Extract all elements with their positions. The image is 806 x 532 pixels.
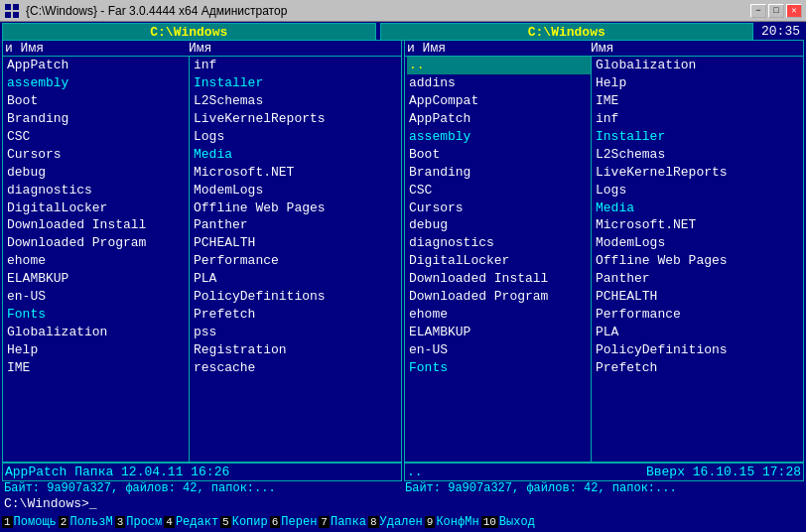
minimize-button[interactable]: − <box>750 4 766 18</box>
list-item[interactable]: PLA <box>194 270 399 288</box>
function-key-4[interactable]: 4Редакт <box>164 515 219 529</box>
list-item[interactable]: Installer <box>194 74 399 92</box>
list-item[interactable]: Boot <box>5 92 189 110</box>
fkey-label: Просм <box>125 515 163 529</box>
list-item[interactable]: debug <box>5 164 189 182</box>
list-item[interactable]: Cursors <box>407 200 591 217</box>
list-item[interactable]: pss <box>194 324 399 341</box>
list-item[interactable]: Fonts <box>407 359 591 377</box>
right-panel-header: C:\Windows <box>380 23 754 41</box>
list-item[interactable]: AppCompat <box>407 92 591 110</box>
list-item[interactable]: Panther <box>596 270 801 288</box>
list-item[interactable]: Fonts <box>5 306 189 324</box>
list-item[interactable]: ModemLogs <box>194 182 399 200</box>
function-key-10[interactable]: 10Выход <box>481 515 536 529</box>
function-key-8[interactable]: 8Удален <box>368 515 424 529</box>
list-item[interactable]: ehome <box>407 306 591 324</box>
list-item[interactable]: PolicyDefinitions <box>596 341 801 359</box>
list-item[interactable]: Downloaded Install <box>407 270 591 288</box>
list-item[interactable]: AppPatch <box>5 57 189 74</box>
list-item[interactable]: L2Schemas <box>194 92 399 110</box>
list-item[interactable]: Downloaded Program <box>407 288 591 306</box>
left-col2: infInstallerL2SchemasLiveKernelReportsLo… <box>189 57 399 462</box>
list-item[interactable]: addins <box>407 74 591 92</box>
list-item[interactable]: rescache <box>194 359 399 377</box>
list-item[interactable]: Downloaded Install <box>5 216 189 234</box>
list-item[interactable]: Media <box>194 146 399 164</box>
list-item[interactable]: diagnostics <box>407 234 591 252</box>
list-item[interactable]: Logs <box>596 182 801 200</box>
title-bar: {C:\Windows} - Far 3.0.4444 x64 Админист… <box>0 0 806 22</box>
list-item[interactable]: .. <box>407 57 591 74</box>
list-item[interactable]: assembly <box>407 128 591 146</box>
list-item[interactable]: Media <box>596 200 801 217</box>
list-item[interactable]: Help <box>596 74 801 92</box>
list-item[interactable]: CSC <box>5 128 189 146</box>
list-item[interactable]: Prefetch <box>596 359 801 377</box>
right-col1-header: и Имя <box>407 41 591 56</box>
list-item[interactable]: LiveKernelReports <box>194 110 399 128</box>
fkey-number: 1 <box>2 516 13 528</box>
list-item[interactable]: ModemLogs <box>596 234 801 252</box>
list-item[interactable]: ELAMBKUP <box>5 270 189 288</box>
right-panel: и Имя Имя ..addinsAppCompatAppPatchassem… <box>404 40 804 463</box>
close-button[interactable]: ✕ <box>786 4 802 18</box>
right-col2-header: Имя <box>591 41 801 56</box>
list-item[interactable]: Cursors <box>5 146 189 164</box>
list-item[interactable]: ehome <box>5 252 189 270</box>
list-item[interactable]: Branding <box>5 110 189 128</box>
left-col1-header: и Имя <box>5 41 189 56</box>
list-item[interactable]: assembly <box>5 74 189 92</box>
list-item[interactable]: Performance <box>194 252 399 270</box>
function-key-9[interactable]: 9КонфМн <box>425 515 480 529</box>
list-item[interactable]: Installer <box>596 128 801 146</box>
list-item[interactable]: PCHEALTH <box>596 288 801 306</box>
list-item[interactable]: inf <box>194 57 399 74</box>
list-item[interactable]: PolicyDefinitions <box>194 288 399 306</box>
command-line[interactable]: C:\Windows>_ <box>0 495 806 512</box>
list-item[interactable]: Microsoft.NET <box>596 216 801 234</box>
list-item[interactable]: IME <box>5 359 189 377</box>
list-item[interactable]: Performance <box>596 306 801 324</box>
function-key-5[interactable]: 5Копир <box>220 515 269 529</box>
list-item[interactable]: DigitalLocker <box>407 252 591 270</box>
function-key-3[interactable]: 3Просм <box>115 515 164 529</box>
list-item[interactable]: LiveKernelReports <box>596 164 801 182</box>
list-item[interactable]: Registration <box>194 341 399 359</box>
list-item[interactable]: Boot <box>407 146 591 164</box>
list-item[interactable]: Help <box>5 341 189 359</box>
function-key-7[interactable]: 7Папка <box>319 515 367 529</box>
left-status: AppPatch Папка 12.04.11 16:26 <box>2 463 402 481</box>
list-item[interactable]: Microsoft.NET <box>194 164 399 182</box>
maximize-button[interactable]: □ <box>768 4 784 18</box>
list-item[interactable]: debug <box>407 216 591 234</box>
list-item[interactable]: AppPatch <box>407 110 591 128</box>
list-item[interactable]: Panther <box>194 216 399 234</box>
fkey-label: КонфМн <box>435 515 479 529</box>
list-item[interactable]: en-US <box>5 288 189 306</box>
left-file-list: AppPatchassemblyBootBrandingCSCCursorsde… <box>3 57 401 462</box>
list-item[interactable]: Offline Web Pages <box>596 252 801 270</box>
function-key-2[interactable]: 2ПользМ <box>59 515 114 529</box>
list-item[interactable]: ELAMBKUP <box>407 324 591 341</box>
list-item[interactable]: Globalization <box>596 57 801 74</box>
fkey-label: Выход <box>498 515 536 529</box>
list-item[interactable]: CSC <box>407 182 591 200</box>
list-item[interactable]: Offline Web Pages <box>194 200 399 217</box>
fkey-label: Помощь <box>13 515 58 529</box>
list-item[interactable]: IME <box>596 92 801 110</box>
function-key-6[interactable]: 6Перен <box>270 515 319 529</box>
list-item[interactable]: PCHEALTH <box>194 234 399 252</box>
list-item[interactable]: Downloaded Program <box>5 234 189 252</box>
list-item[interactable]: en-US <box>407 341 591 359</box>
list-item[interactable]: Globalization <box>5 324 189 341</box>
list-item[interactable]: Prefetch <box>194 306 399 324</box>
list-item[interactable]: Branding <box>407 164 591 182</box>
function-key-1[interactable]: 1Помощь <box>2 515 58 529</box>
list-item[interactable]: inf <box>596 110 801 128</box>
list-item[interactable]: diagnostics <box>5 182 189 200</box>
list-item[interactable]: PLA <box>596 324 801 341</box>
list-item[interactable]: Logs <box>194 128 399 146</box>
list-item[interactable]: DigitalLocker <box>5 200 189 217</box>
list-item[interactable]: L2Schemas <box>596 146 801 164</box>
